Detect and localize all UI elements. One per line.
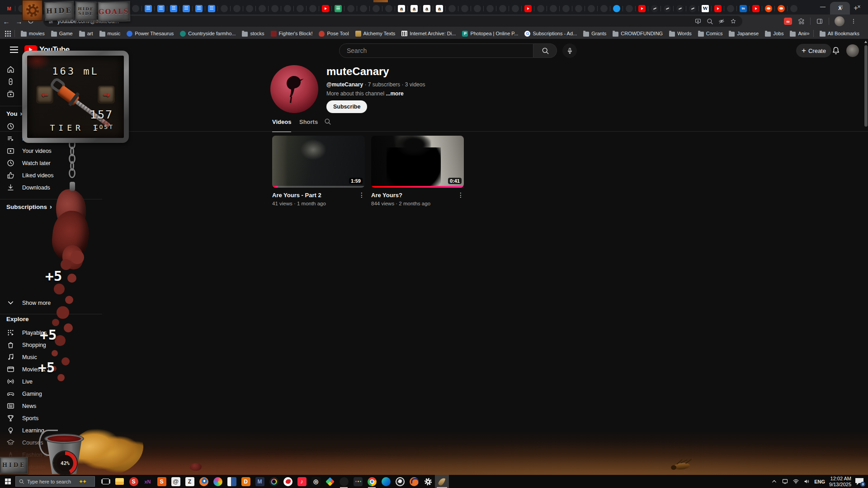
browser-tab[interactable]: [167, 2, 180, 14]
apps-grid-icon[interactable]: [5, 30, 11, 37]
bookmark-item[interactable]: CROWDFUNDING: [610, 30, 665, 38]
browser-tab[interactable]: [522, 2, 534, 14]
browser-tab[interactable]: [344, 2, 357, 14]
bookmark-item[interactable]: Japanese: [726, 30, 761, 38]
start-button[interactable]: [0, 475, 15, 488]
notification-center-button[interactable]: 3: [855, 478, 863, 485]
browser-tab[interactable]: [496, 2, 509, 14]
browser-tab[interactable]: [598, 2, 610, 14]
browser-tab[interactable]: [370, 2, 382, 14]
next-goal-arrow-button[interactable]: →: [98, 85, 115, 104]
browser-tab[interactable]: [205, 2, 218, 14]
browser-tab[interactable]: [357, 2, 370, 14]
browser-tab[interactable]: [433, 2, 446, 14]
browser-tab[interactable]: [129, 2, 142, 14]
browser-tab[interactable]: [636, 2, 648, 14]
browser-tab[interactable]: [458, 2, 471, 14]
bookmark-item[interactable]: Game: [49, 30, 75, 38]
browser-tab[interactable]: [307, 2, 319, 14]
browser-tab[interactable]: [610, 2, 623, 14]
side-panel-icon[interactable]: [816, 18, 823, 25]
sidebar-item[interactable]: Your videos: [0, 145, 108, 157]
bookmark-item[interactable]: Photopea | Online P...: [460, 30, 520, 38]
taskbar-app-button[interactable]: [421, 475, 435, 488]
video-thumbnail[interactable]: 1:59: [272, 136, 365, 188]
browser-tab[interactable]: [382, 2, 395, 14]
browser-tab[interactable]: [218, 2, 231, 14]
bookmark-item[interactable]: Subscriptions - Ad...: [522, 30, 579, 38]
taskbar-app-button[interactable]: ◎: [309, 475, 323, 488]
youtube-search-bar[interactable]: [339, 43, 533, 58]
scroll-up-arrow[interactable]: [864, 41, 867, 43]
browser-profile-avatar[interactable]: [835, 16, 844, 26]
download-extension-icon[interactable]: ∞: [784, 18, 792, 25]
taskbar-app-button[interactable]: [407, 475, 421, 488]
taskbar-search-box[interactable]: ✦✦: [15, 476, 95, 487]
page-scrollbar[interactable]: [864, 42, 868, 475]
taskbar-app-button[interactable]: [435, 475, 449, 488]
bookmark-star-icon[interactable]: [730, 18, 737, 25]
browser-tab[interactable]: [712, 2, 724, 14]
browser-tab[interactable]: [737, 2, 750, 14]
browser-tab[interactable]: [788, 2, 800, 14]
browser-tab[interactable]: [484, 2, 496, 14]
extensions-puzzle-icon[interactable]: [797, 18, 805, 25]
browser-tab[interactable]: [281, 2, 294, 14]
channel-avatar[interactable]: [270, 65, 318, 113]
taskbar-app-button[interactable]: [351, 475, 365, 488]
browser-tab[interactable]: [231, 2, 243, 14]
browser-tab[interactable]: [408, 2, 420, 14]
browser-tab[interactable]: [661, 2, 674, 14]
taskbar-app-button[interactable]: [99, 475, 113, 488]
browser-tab[interactable]: [332, 2, 344, 14]
tray-monitor-icon[interactable]: [782, 478, 788, 485]
wifi-icon[interactable]: [793, 478, 799, 485]
video-card[interactable]: 0:41 Are Yours? ⋮ 844 views · 2 months a…: [371, 136, 464, 206]
taskbar-app-button[interactable]: ♪: [295, 475, 309, 488]
bookmark-item[interactable]: Countryside farmho...: [178, 30, 238, 38]
all-bookmarks-button[interactable]: All Bookmarks: [817, 30, 862, 38]
bookmark-item[interactable]: Words: [667, 30, 694, 38]
maximize-button[interactable]: □: [832, 4, 850, 10]
browser-tab[interactable]: [509, 2, 522, 14]
browser-tab[interactable]: [623, 2, 636, 14]
video-title[interactable]: Are Yours?: [371, 192, 402, 199]
sidebar-item[interactable]: Live: [0, 375, 108, 388]
sidebar-item[interactable]: Watch later: [0, 157, 108, 169]
browser-tab[interactable]: [319, 2, 332, 14]
show-more-button[interactable]: Show more: [0, 297, 108, 309]
back-button[interactable]: ←: [0, 18, 13, 25]
taskbar-app-button[interactable]: xN: [141, 475, 155, 488]
bookmark-item[interactable]: music: [97, 30, 123, 38]
video-title[interactable]: Are Yours - Part 2: [272, 192, 321, 199]
more-link[interactable]: ...more: [386, 90, 403, 97]
video-menu-icon[interactable]: ⋮: [458, 192, 464, 199]
create-button[interactable]: + Create: [796, 44, 831, 57]
channel-about[interactable]: More about this channel ...more: [326, 90, 404, 97]
language-indicator[interactable]: ENG: [814, 479, 825, 484]
browser-tab[interactable]: [572, 2, 585, 14]
video-thumbnail[interactable]: 0:41: [371, 136, 464, 188]
browser-tab[interactable]: [142, 2, 155, 14]
close-button[interactable]: ×: [850, 4, 868, 10]
browser-tab[interactable]: [699, 2, 712, 14]
video-menu-icon[interactable]: ⋮: [359, 192, 365, 199]
sidebar-item[interactable]: News: [0, 400, 108, 412]
video-card[interactable]: 1:59 Are Yours - Part 2 ⋮ 41 views · 1 m…: [272, 136, 365, 206]
bookmarks-overflow-chevron[interactable]: »: [807, 30, 810, 37]
bookmark-item[interactable]: Pose Tool: [316, 30, 351, 38]
game-settings-gear-icon[interactable]: [22, 0, 42, 21]
tab-videos[interactable]: Videos: [272, 118, 291, 131]
taskbar-clock[interactable]: 12:02 AM 9/13/2025: [829, 476, 851, 488]
bookmark-item[interactable]: Alchemy Texts: [353, 30, 398, 38]
browser-tab[interactable]: [585, 2, 598, 14]
browser-tab[interactable]: [648, 2, 661, 14]
browser-tab[interactable]: [560, 2, 572, 14]
tab-shorts[interactable]: Shorts: [299, 118, 318, 131]
browser-tab[interactable]: [534, 2, 547, 14]
taskbar-app-button[interactable]: [323, 475, 337, 488]
sidebar-item[interactable]: Downloads: [0, 181, 108, 194]
search-button[interactable]: [533, 43, 557, 58]
volume-icon[interactable]: [803, 478, 810, 485]
browser-tab[interactable]: [3, 2, 15, 14]
